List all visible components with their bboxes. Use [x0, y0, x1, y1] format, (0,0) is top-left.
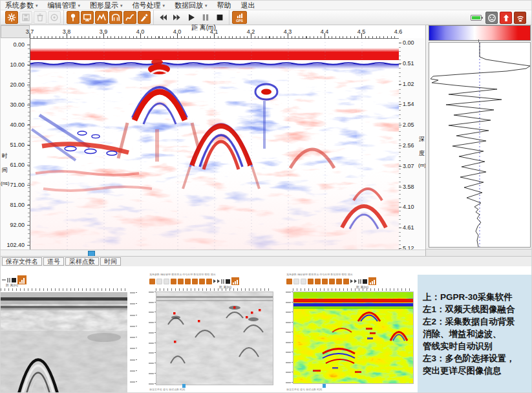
y-axis-tick-label: 30.00 [10, 101, 25, 108]
single-trace-panel [429, 42, 531, 248]
mini-disabled-icon [301, 279, 306, 284]
mini-pause-icon [7, 278, 10, 282]
y-axis-tick-mark [399, 145, 401, 146]
speed-dial-button[interactable] [485, 12, 498, 24]
x-axis-tick-label: 4.0 [136, 28, 145, 35]
y-axis-tick-mark [399, 43, 401, 43]
mini-tool-icon [206, 279, 212, 284]
x-axis-tick-label: 4.4 [321, 28, 329, 35]
mini-tool-icon [171, 279, 176, 284]
settings-button[interactable] [5, 11, 18, 24]
rewind-icon [158, 13, 167, 22]
mini-y-axis-labels [149, 292, 155, 384]
mini-disabled-icon [293, 279, 299, 284]
caption-line: 突出更详尽图像信息 [423, 365, 527, 377]
y-axis-tick-mark [399, 166, 401, 167]
time-window-button[interactable] [109, 11, 122, 24]
caption-panel: 上：PGPR-30采集软件左1：双频天线图像融合左2：采集数据自动背景消除、增益… [418, 275, 532, 393]
x-axis-tick-label: 4.1 [210, 28, 218, 35]
mini-stop-icon [363, 279, 367, 284]
y-axis-tick-label: 1.54 [403, 101, 414, 107]
x-axis-tick-label: 4.0 [173, 28, 182, 35]
thumbnail-grayscale-fusion: 距 离(m) [1, 274, 142, 393]
gps-button[interactable]: GPS [232, 11, 247, 24]
play-button[interactable] [185, 11, 198, 24]
mini-menu-bar: 系统参数 编辑管理 图形显示 信号处理 数据回放 帮助 退出 [286, 273, 410, 276]
caption-line: 左1：双频天线图像融合 [423, 303, 527, 315]
menu-item-signal-process[interactable]: 信号处理▾ [133, 1, 165, 10]
mini-tool-icon [308, 279, 314, 284]
y-axis-tick-mark [399, 84, 401, 85]
y-axis-tick-label: 2.05 [403, 122, 414, 128]
y-axis-right-labels: 0.000.511.021.542.052.563.073.584.104.61… [399, 43, 425, 248]
mini-pause-icon [358, 279, 361, 284]
thumbnail-auto-detection: 系统参数 编辑管理 图形显示 信号处理 数据回放 帮助 退出 距 离(m) [148, 272, 278, 393]
menu-item-graph-display[interactable]: 图形显示▾ [90, 1, 123, 10]
pgpr30-app-window: 系统参数▾编辑管理▾图形显示▾信号处理▾数据回放▾帮助退出 GPS 距 离(m)… [0, 0, 532, 393]
menu-item-exit[interactable]: 退出 [241, 1, 255, 10]
trace-waveform [429, 43, 530, 247]
ffwd-icon [173, 13, 182, 22]
palette-button[interactable] [138, 11, 151, 24]
mini-status-bar: 保存文件名 道号 采样点数 时间 [149, 388, 185, 391]
y-axis-right: 深 度 (m) 0.000.511.021.542.052.563.073.58… [399, 38, 425, 249]
upload-button[interactable] [500, 12, 512, 24]
y-axis-tick-label: 51.00 [10, 142, 25, 148]
radargram-image [30, 39, 399, 250]
caption-line: 左2：采集数据自动背景 [423, 315, 527, 328]
marker-button[interactable] [67, 11, 80, 24]
menu-item-system-params[interactable]: 系统参数▾ [5, 1, 38, 10]
y-axis-tick-label: 4.61 [403, 224, 414, 231]
pause-button[interactable] [199, 11, 212, 24]
x-axis-tick-label: 4.2 [247, 28, 255, 35]
y-axis-tick-label: 0.00 [403, 39, 414, 46]
mini-x-axis-title: 距 离(m) [6, 283, 18, 287]
monitor-icon [83, 13, 92, 22]
gear-icon [7, 13, 16, 22]
circle-icon [50, 13, 59, 22]
battery-tip [482, 17, 483, 19]
mini-settings-icon [286, 279, 292, 284]
menu-item-help[interactable]: 帮助 [217, 1, 231, 10]
pin-icon [69, 13, 78, 22]
antenna-button[interactable] [514, 12, 526, 24]
save-button[interactable] [19, 11, 32, 24]
gain-curve-button[interactable] [123, 11, 136, 24]
thumbnail-multicolor: 系统参数 编辑管理 图形显示 信号处理 数据回放 帮助 退出 距 离(m) [285, 272, 415, 393]
floppy-icon [21, 13, 30, 22]
rewind-button[interactable] [156, 11, 169, 24]
delete-button[interactable] [34, 11, 47, 24]
mini-tool-icon [315, 279, 321, 284]
mini-gps-icon [231, 277, 239, 285]
fast-forward-button[interactable] [171, 11, 184, 24]
y-axis-tick-label: 3.58 [403, 184, 414, 190]
stop-button[interactable] [213, 11, 226, 24]
y-axis-tick-mark [399, 207, 401, 207]
menu-item-edit-manage[interactable]: 编辑管理▾ [48, 1, 81, 10]
caption-line: 消除、增益和滤波、 [423, 328, 527, 340]
y-axis-tick-label: 81.00 [10, 202, 25, 208]
caption-line: 上：PGPR-30采集软件 [423, 291, 527, 303]
record-button[interactable] [48, 11, 61, 24]
toolbar-right-cluster [471, 12, 526, 24]
mini-play-icon [350, 279, 353, 283]
gps-button-label: GPS [236, 19, 243, 23]
x-axis-tick-label: 3.7 [26, 28, 34, 35]
pause-icon [201, 13, 210, 22]
x-axis-tick-label: 3.9 [100, 28, 108, 35]
mini-tool-icon [178, 279, 184, 284]
mini-radargram-grayscale [1, 292, 127, 393]
mini-play-icon [213, 279, 216, 283]
toolbar-group-tools [63, 10, 153, 25]
display-button[interactable] [81, 11, 94, 24]
y-axis-tick-mark [399, 248, 401, 249]
battery-icon [471, 15, 482, 21]
gain-button[interactable] [95, 11, 108, 24]
radargram-plot [30, 38, 399, 250]
y-axis-tick-label: 0.00 [13, 41, 25, 48]
menu-item-data-replay[interactable]: 数据回放▾ [175, 1, 207, 10]
y-axis-left: 时 间 (ns) 0.0010.0020.0030.0040.0051.0061… [1, 38, 30, 249]
toolbar: GPS [1, 10, 531, 25]
mini-ruler [1, 288, 127, 291]
chevron-down-icon: ▾ [120, 3, 123, 8]
